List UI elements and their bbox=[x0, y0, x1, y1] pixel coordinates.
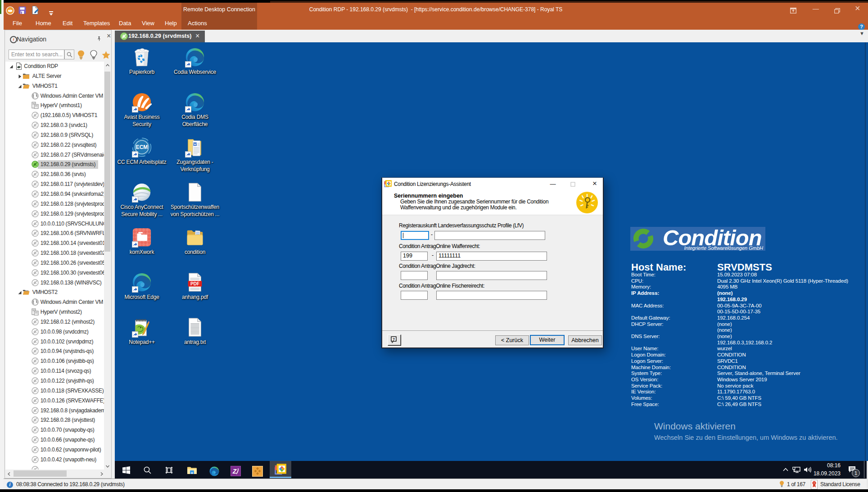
svg-text:Z: Z bbox=[232, 468, 237, 475]
svg-text:?: ? bbox=[393, 337, 395, 342]
svg-text:PDF: PDF bbox=[190, 281, 199, 286]
svg-text:ECM: ECM bbox=[136, 144, 148, 150]
